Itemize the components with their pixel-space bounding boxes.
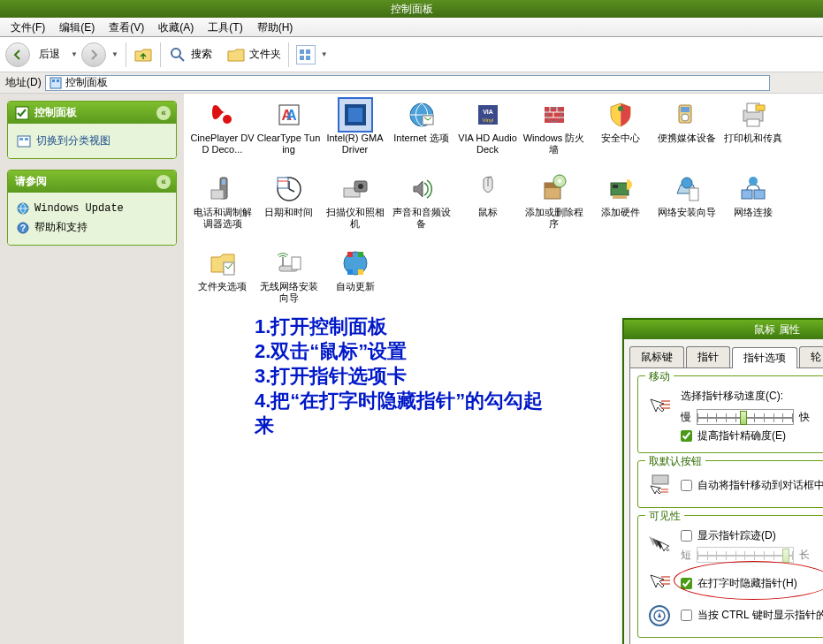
snapto-label: 自动将指针移动到对话框中的默认按钮(U): [697, 478, 823, 493]
pointer-trails-checkbox[interactable]: [681, 530, 692, 542]
globe-icon: [17, 202, 29, 215]
cp-label: ClearType Tuning: [256, 133, 321, 155]
switch-category-view-link[interactable]: 切换到分类视图: [17, 131, 167, 151]
svg-rect-73: [652, 475, 668, 484]
views-button[interactable]: [296, 45, 316, 64]
menu-favorites[interactable]: 收藏(A): [151, 18, 201, 36]
folders-icon[interactable]: [226, 45, 246, 64]
svg-rect-62: [742, 190, 752, 199]
cp-item-date-time[interactable]: 日期和时间: [256, 173, 321, 242]
toolbar: 后退 ▼ ▼ 搜索 文件夹 ▼: [0, 37, 823, 72]
menu-file[interactable]: 文件(F): [4, 18, 52, 36]
help-support-link[interactable]: ? 帮助和支持: [17, 217, 167, 238]
toolbar-divider-2: [160, 42, 161, 67]
trails-long-label: 长: [799, 548, 810, 563]
cp-item-sounds-audio[interactable]: 声音和音频设备: [389, 173, 453, 242]
search-label[interactable]: 搜索: [191, 47, 212, 62]
speed-fast-label: 快: [799, 410, 810, 425]
cp-item-add-remove-programs[interactable]: 添加或删除程序: [522, 173, 586, 242]
svg-rect-59: [613, 195, 627, 199]
svg-text:VIA: VIA: [483, 109, 493, 115]
cp-item-cleartype[interactable]: AAClearType Tuning: [256, 99, 321, 168]
folders-label[interactable]: 文件夹: [249, 47, 281, 62]
cp-item-cineplayer[interactable]: CinePlayer DVD Deco...: [190, 99, 255, 168]
wireless-setup-icon: [273, 247, 305, 279]
enhance-precision-checkbox[interactable]: [681, 430, 692, 442]
cp-item-security-center[interactable]: 安全中心: [588, 99, 652, 168]
back-label: 后退: [39, 47, 60, 62]
cp-label: 便携媒体设备: [658, 133, 716, 144]
forward-dropdown-icon[interactable]: ▼: [111, 50, 118, 58]
panel-header-control-panel[interactable]: 控制面板 «: [8, 102, 176, 124]
ctrl-locate-checkbox[interactable]: [681, 610, 692, 621]
views-dropdown-icon[interactable]: ▼: [321, 50, 328, 58]
svg-point-0: [171, 49, 180, 57]
menu-view[interactable]: 查看(V): [102, 18, 151, 36]
internet-options-icon: [406, 99, 438, 131]
cp-label: 扫描仪和照相机: [323, 207, 387, 230]
cp-item-wireless-setup[interactable]: 无线网络安装向导: [256, 247, 321, 316]
pointer-speed-slider[interactable]: [697, 409, 794, 425]
address-label: 地址(D): [5, 75, 42, 90]
tab-pointers[interactable]: 指针: [686, 346, 730, 367]
cp-item-windows-firewall[interactable]: Windows 防火墙: [522, 99, 586, 168]
up-folder-button[interactable]: [133, 45, 153, 64]
back-dropdown-icon[interactable]: ▼: [71, 50, 78, 58]
back-button[interactable]: [5, 42, 30, 67]
svg-rect-65: [224, 262, 234, 275]
cp-item-portable-media[interactable]: 便携媒体设备: [654, 99, 719, 168]
svg-rect-11: [19, 138, 23, 140]
speed-slow-label: 慢: [681, 410, 691, 425]
cp-item-internet-options[interactable]: Internet 选项: [389, 99, 453, 168]
windows-update-link[interactable]: Windows Update: [17, 200, 167, 217]
cp-item-network-setup-wizard[interactable]: 网络安装向导: [654, 173, 719, 242]
cp-label: 安全中心: [601, 133, 640, 144]
tab-wheel[interactable]: 轮: [799, 346, 823, 367]
cp-label: 打印机和传真: [724, 133, 782, 144]
cp-item-add-hardware[interactable]: 添加硬件: [588, 173, 652, 242]
network-connections-icon: [737, 173, 769, 205]
cp-item-scanners-cameras[interactable]: 扫描仪和照相机: [323, 173, 387, 242]
cp-label: 自动更新: [336, 281, 375, 292]
collapse-icon[interactable]: «: [156, 106, 171, 120]
cp-label: 日期和时间: [264, 207, 313, 218]
portable-media-icon: [671, 99, 703, 131]
menu-tools[interactable]: 工具(T): [201, 18, 249, 36]
address-input[interactable]: 控制面板: [45, 75, 770, 91]
panel-header-see-also[interactable]: 请参阅 «: [8, 170, 176, 193]
trails-short-label: 短: [681, 548, 691, 563]
tab-pointer-options[interactable]: 指针选项: [732, 347, 797, 368]
check-icon: [15, 106, 29, 120]
sidebar: 控制面板 « 切换到分类视图 请参阅 « Windows Update: [0, 94, 184, 644]
cp-item-mouse[interactable]: 鼠标: [455, 173, 520, 242]
content-pane: CinePlayer DVD Deco...AAClearType Tuning…: [184, 94, 823, 644]
group-snapto-title: 取默认按钮: [645, 454, 705, 469]
enhance-precision-label: 提高指针精确度(E): [697, 428, 786, 443]
snapto-checkbox[interactable]: [681, 480, 692, 491]
cp-item-network-connections[interactable]: 网络连接: [720, 173, 785, 242]
cp-item-auto-updates[interactable]: 自动更新: [323, 247, 387, 316]
collapse-icon-2[interactable]: «: [156, 175, 171, 189]
cp-item-phone-modem[interactable]: 电话和调制解调器选项: [190, 173, 255, 242]
menu-help[interactable]: 帮助(H): [250, 18, 301, 36]
cp-label: VIA HD Audio Deck: [455, 133, 520, 155]
svg-rect-10: [18, 136, 30, 147]
pointer-speed-icon: [647, 396, 674, 419]
svg-rect-3: [306, 49, 310, 54]
svg-rect-36: [681, 107, 690, 112]
cp-item-folder-options[interactable]: 文件夹选项: [190, 247, 255, 316]
instruction-2: 2.双击“鼠标”设置: [255, 339, 546, 364]
cp-label: Windows 防火墙: [522, 133, 586, 155]
mouse-icon: [472, 173, 504, 205]
address-value: 控制面板: [65, 75, 108, 90]
search-icon[interactable]: [168, 45, 187, 64]
add-remove-programs-icon: [538, 173, 570, 205]
cp-item-via-hd-audio[interactable]: VIAVinylVIA HD Audio Deck: [455, 99, 520, 168]
tab-buttons[interactable]: 鼠标键: [629, 346, 684, 367]
svg-rect-2: [300, 49, 304, 54]
forward-button[interactable]: [81, 42, 106, 67]
svg-rect-42: [222, 179, 225, 185]
menu-edit[interactable]: 编辑(E): [52, 18, 102, 36]
cp-item-printers-fax[interactable]: 打印机和传真: [720, 99, 785, 168]
cp-item-intel-gma[interactable]: Intel(R) GMA Driver: [323, 99, 387, 168]
